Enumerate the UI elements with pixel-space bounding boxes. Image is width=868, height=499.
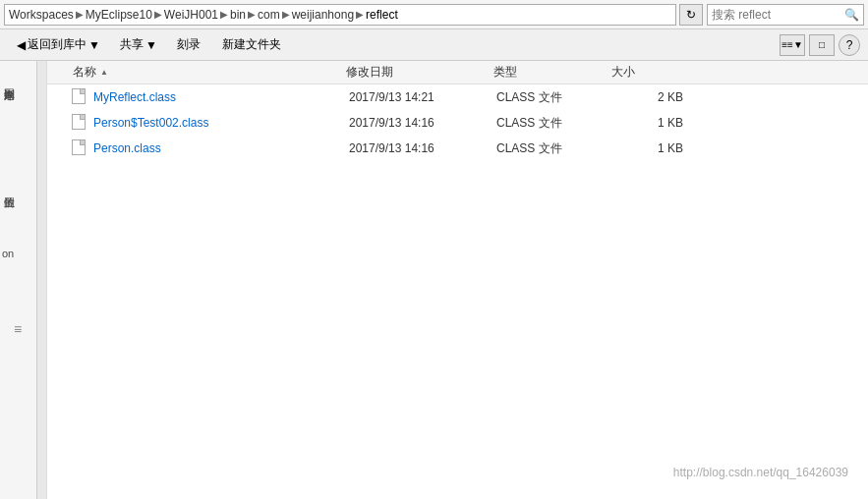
sidebar-scrollbar[interactable] [36,61,46,499]
column-date-header[interactable]: 修改日期 [346,64,493,81]
search-input[interactable] [712,8,844,22]
breadcrumb-weijianhong[interactable]: weijianhong [292,8,354,22]
breadcrumb-workspaces[interactable]: Workspaces [9,8,74,22]
file-date: 2017/9/13 14:21 [349,90,496,104]
share-button[interactable]: 共享 ▼ [111,32,166,58]
breadcrumb-bin[interactable]: bin [230,8,246,22]
refresh-button[interactable]: ↻ [679,4,703,26]
breadcrumb-com[interactable]: com [258,8,280,22]
back-arrow-icon: ◀ [17,38,26,52]
column-name-header[interactable]: 名称 ▲ [71,64,346,81]
file-date: 2017/9/13 14:16 [349,141,496,155]
sort-arrow-icon: ▲ [100,68,108,77]
breadcrumb-arrow-1: ▶ [76,9,84,20]
table-row[interactable]: MyReflect.class 2017/9/13 14:21 CLASS 文件… [51,84,868,110]
breadcrumb-arrow-3: ▶ [220,9,228,20]
table-row[interactable]: Person$Test002.class 2017/9/13 14:16 CLA… [51,110,868,136]
share-dropdown-icon: ▼ [145,38,157,52]
dropdown-arrow-icon: ▼ [88,38,100,52]
search-icon[interactable]: 🔍 [844,8,859,22]
sidebar-scroll-icon: ≡ [14,321,22,337]
breadcrumb-weijh[interactable]: WeiJH001 [164,8,218,22]
back-to-library-button[interactable]: ◀ 返回到库中 ▼ [8,32,109,58]
file-icon [72,88,89,106]
file-size: 1 KB [614,141,693,155]
watermark: http://blog.csdn.net/qq_16426039 [673,466,848,479]
file-date: 2017/9/13 14:16 [349,116,496,130]
breadcrumb-reflect[interactable]: reflect [366,8,398,22]
expand-button[interactable]: □ [809,34,835,56]
toolbar: ◀ 返回到库中 ▼ 共享 ▼ 刻录 新建文件夹 ≡≡ ▼ □ ? [0,29,868,61]
file-list: MyReflect.class 2017/9/13 14:21 CLASS 文件… [47,84,868,161]
column-headers: 名称 ▲ 修改日期 类型 大小 [47,61,868,84]
refresh-icon: ↻ [686,8,696,22]
burn-button[interactable]: 刻录 [168,32,209,58]
breadcrumb-myeclipse[interactable]: MyEclipse10 [86,8,152,22]
address-bar: Workspaces ▶ MyEclipse10 ▶ WeiJH001 ▶ bi… [0,0,868,29]
file-name: Person$Test002.class [93,116,349,130]
file-icon [72,114,89,132]
file-size: 2 KB [614,90,693,104]
table-row[interactable]: Person.class 2017/9/13 14:16 CLASS 文件 1 … [51,136,868,161]
file-type: CLASS 文件 [496,89,614,106]
file-size: 1 KB [614,116,693,130]
help-button[interactable]: ? [839,34,860,56]
column-size-header[interactable]: 大小 [611,64,690,81]
file-type: CLASS 文件 [496,115,614,132]
breadcrumb-arrow-4: ▶ [248,9,256,20]
view-dropdown-icon: ▼ [793,39,803,50]
new-folder-button[interactable]: 新建文件夹 [211,32,292,58]
breadcrumb-arrow-2: ▶ [154,9,162,20]
column-type-header[interactable]: 类型 [493,64,611,81]
sidebar-on-label: on [2,248,14,259]
breadcrumb[interactable]: Workspaces ▶ MyEclipse10 ▶ WeiJH001 ▶ bi… [4,4,676,26]
file-name: MyReflect.class [93,90,349,104]
file-area: 名称 ▲ 修改日期 类型 大小 MyReflect.class 2017/9/1… [47,61,868,499]
search-box[interactable]: 🔍 [707,4,864,26]
file-type: CLASS 文件 [496,140,614,157]
sidebar: 返回到库中 的位置 on ≡ [0,61,47,499]
expand-icon: □ [819,39,825,50]
view-toggle-button[interactable]: ≡≡ ▼ [780,34,805,56]
file-name: Person.class [93,141,349,155]
breadcrumb-arrow-5: ▶ [282,9,290,20]
view-icon: ≡≡ [781,39,793,50]
breadcrumb-arrow-6: ▶ [356,9,364,20]
file-icon [72,139,89,157]
main-layout: 返回到库中 的位置 on ≡ 名称 ▲ 修改日期 类型 [0,61,868,499]
